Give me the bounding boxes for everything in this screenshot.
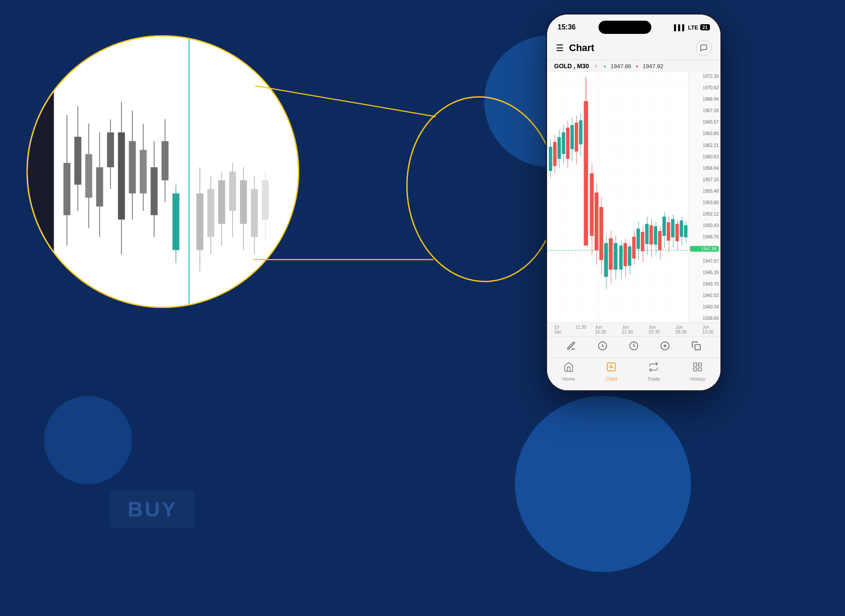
status-icons: ▌▌▌ LTE 21 — [674, 24, 710, 31]
indicator-icon[interactable] — [598, 341, 607, 353]
nav-home[interactable]: Home — [562, 362, 575, 381]
price-label: 1955.48 — [690, 189, 719, 194]
svg-rect-95 — [604, 243, 608, 277]
bottom-nav: Home Chart — [547, 358, 720, 390]
ask-price: 1947.92 — [643, 63, 663, 70]
price-label: 1962.21 — [690, 143, 719, 148]
svg-rect-78 — [566, 128, 569, 159]
svg-rect-5 — [28, 37, 54, 307]
svg-rect-125 — [671, 219, 675, 238]
add-icon[interactable] — [660, 341, 670, 353]
price-label: 1947.07 — [690, 259, 719, 264]
nav-history-label: History — [690, 376, 705, 381]
price-label: 1958.84 — [690, 166, 719, 171]
svg-rect-117 — [654, 226, 657, 245]
svg-rect-123 — [667, 222, 670, 241]
svg-rect-15 — [107, 132, 114, 167]
bg-blob-2 — [515, 396, 691, 572]
svg-rect-80 — [570, 125, 574, 149]
time-label: 11:30 — [575, 325, 586, 334]
svg-rect-33 — [218, 180, 225, 224]
bid-dot: ● — [603, 64, 606, 69]
price-label: 1953.80 — [690, 200, 719, 205]
svg-rect-89 — [590, 173, 594, 236]
time-label: Jun 16:30 — [595, 325, 613, 334]
price-label: 1948.75 — [690, 235, 719, 239]
timeframe-icon[interactable] — [629, 341, 639, 353]
chart-area: 1972.30 1970.62 1968.94 1967.26 1965.57 … — [547, 72, 720, 323]
svg-rect-84 — [579, 120, 583, 144]
svg-rect-115 — [650, 225, 653, 245]
candle-chart-svg — [547, 72, 689, 323]
nav-trade[interactable]: Trade — [647, 362, 660, 381]
nav-chart[interactable]: Chart — [606, 362, 617, 381]
bid-price: 1947.86 — [610, 63, 631, 70]
ask-dot: ● — [636, 64, 638, 69]
price-label: 1945.39 — [690, 270, 719, 275]
app-header: ☰ Chart — [547, 37, 720, 60]
price-label: 1957.16 — [690, 177, 719, 182]
nav-chart-label: Chart — [606, 376, 617, 381]
chart-icon — [606, 362, 617, 375]
status-time: 15:36 — [558, 23, 576, 31]
svg-rect-146 — [698, 368, 702, 371]
svg-rect-39 — [251, 189, 258, 237]
svg-rect-72 — [553, 142, 557, 166]
svg-rect-70 — [549, 147, 552, 171]
svg-rect-129 — [680, 220, 683, 237]
bg-blob-3 — [44, 396, 132, 484]
price-axis: 1972.30 1970.62 1968.94 1967.26 1965.57 … — [689, 72, 720, 323]
nav-history[interactable]: History — [690, 362, 705, 381]
svg-rect-27 — [173, 194, 180, 250]
svg-rect-103 — [624, 243, 627, 266]
time-label: Jun 21:30 — [622, 325, 640, 334]
svg-rect-121 — [662, 216, 666, 236]
lte-label: LTE — [688, 24, 698, 31]
current-price-label: 1947.86 — [690, 246, 719, 252]
svg-rect-107 — [632, 237, 636, 258]
price-label: 1952.12 — [690, 212, 719, 216]
svg-rect-144 — [698, 363, 702, 366]
instrument-name: GOLD , M30 — [554, 62, 589, 70]
zoom-chart-svg — [28, 37, 298, 307]
menu-icon[interactable]: ☰ — [556, 43, 564, 53]
price-label: 1940.34 — [690, 304, 719, 309]
signal-icon: ▌▌▌ — [674, 24, 687, 31]
svg-rect-127 — [676, 224, 679, 241]
svg-rect-111 — [641, 232, 644, 251]
price-label: 1972.30 — [690, 74, 719, 79]
price-label: 1967.26 — [690, 108, 719, 113]
price-label: 1950.43 — [690, 223, 719, 228]
instrument-bar: GOLD , M30 ▼ ● 1947.86 ● 1947.92 — [547, 60, 720, 72]
svg-rect-11 — [85, 154, 92, 198]
svg-rect-105 — [628, 246, 632, 266]
trade-icon — [648, 362, 659, 375]
price-label: 1938.66 — [690, 316, 719, 321]
svg-rect-93 — [599, 207, 603, 260]
nav-home-label: Home — [562, 376, 575, 381]
home-icon — [563, 362, 574, 375]
phone-frame: 15:36 ▌▌▌ LTE 21 ☰ Chart — [546, 13, 722, 392]
svg-rect-7 — [63, 163, 70, 215]
svg-rect-97 — [609, 238, 613, 270]
draw-tool-icon[interactable] — [566, 341, 576, 353]
svg-rect-74 — [558, 137, 561, 159]
svg-rect-9 — [74, 137, 81, 185]
chat-button[interactable] — [696, 40, 712, 56]
buy-label: BUY — [110, 491, 195, 528]
svg-rect-31 — [207, 189, 214, 237]
price-label: 1942.02 — [690, 293, 719, 298]
price-label: 1965.57 — [690, 120, 719, 125]
chart-canvas[interactable] — [547, 72, 689, 323]
time-label: Jun 08:30 — [676, 325, 694, 334]
price-label: 1943.70 — [690, 282, 719, 286]
svg-rect-23 — [151, 167, 158, 215]
svg-rect-87 — [584, 101, 588, 246]
svg-rect-113 — [645, 224, 649, 244]
app-title: Chart — [569, 42, 594, 54]
svg-rect-37 — [240, 180, 247, 224]
chart-toolbar — [547, 336, 720, 358]
svg-rect-145 — [694, 368, 697, 371]
copy-icon[interactable] — [691, 341, 701, 353]
battery-level: 21 — [700, 24, 710, 30]
